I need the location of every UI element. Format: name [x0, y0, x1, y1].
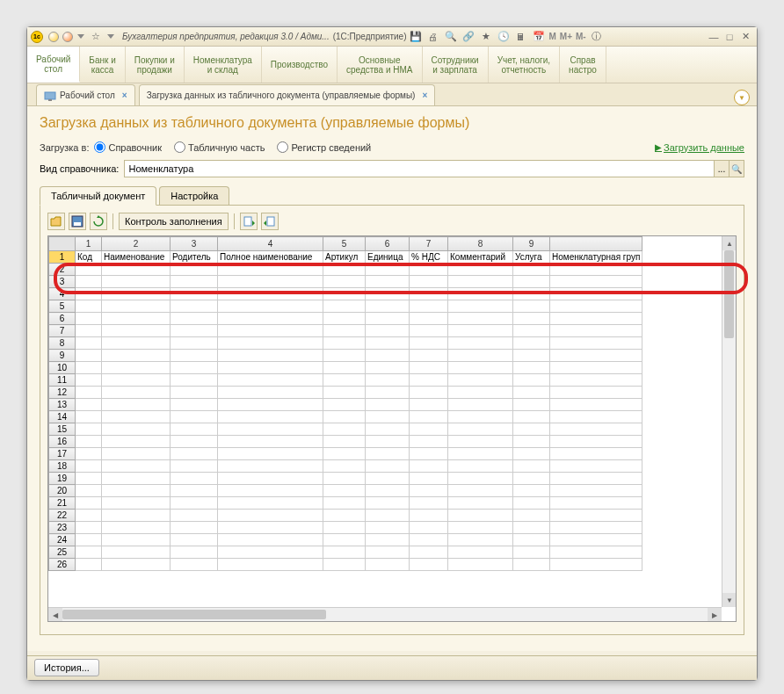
grid-cell[interactable] [102, 497, 171, 510]
row-header[interactable]: 26 [49, 559, 76, 571]
grid-cell[interactable] [513, 399, 550, 411]
grid-cell[interactable] [410, 337, 448, 350]
save-icon[interactable]: 💾 [409, 30, 423, 44]
reference-type-input[interactable] [124, 160, 715, 177]
grid-cell[interactable] [410, 350, 448, 362]
column-header[interactable]: 3 [171, 237, 218, 251]
grid-cell[interactable] [218, 546, 323, 559]
column-header[interactable]: 6 [366, 237, 410, 251]
grid-cell[interactable] [102, 510, 171, 522]
grid-cell[interactable] [550, 362, 642, 374]
row-header[interactable]: 3 [49, 276, 76, 288]
grid-cell[interactable] [550, 288, 642, 300]
grid-cell[interactable] [323, 264, 366, 276]
grid-cell[interactable] [76, 300, 102, 313]
grid-cell[interactable] [550, 448, 642, 460]
row-header[interactable]: 24 [49, 534, 76, 546]
grid-cell[interactable] [448, 276, 513, 288]
radio-register[interactable]: Регистр сведений [277, 141, 371, 153]
row-header[interactable]: 6 [49, 313, 76, 325]
row-header[interactable]: 8 [49, 337, 76, 350]
grid-cell[interactable] [76, 546, 102, 559]
grid-cell[interactable] [76, 350, 102, 362]
grid-cell[interactable] [410, 387, 448, 399]
grid-cell[interactable] [323, 510, 366, 522]
nav-purchases[interactable]: Покупки и продажи [126, 47, 185, 83]
dropdown-icon[interactable] [77, 34, 84, 39]
grid-cell[interactable] [513, 411, 550, 423]
scroll-thumb[interactable] [62, 610, 326, 619]
row-header[interactable]: 10 [49, 362, 76, 374]
radio-directory[interactable]: Справочник [94, 141, 162, 153]
grid-cell[interactable] [448, 485, 513, 497]
history-icon[interactable]: 🕓 [497, 30, 511, 44]
grid-cell[interactable] [448, 497, 513, 510]
column-header[interactable]: 1 [76, 237, 102, 251]
grid-cell[interactable] [76, 276, 102, 288]
grid-cell[interactable] [323, 362, 366, 374]
header-cell[interactable]: Наименование [102, 251, 171, 264]
row-header[interactable]: 21 [49, 497, 76, 510]
grid-cell[interactable] [102, 325, 171, 337]
grid-cell[interactable] [366, 460, 410, 473]
grid-cell[interactable] [218, 387, 323, 399]
grid-cell[interactable] [410, 423, 448, 436]
row-header[interactable]: 14 [49, 411, 76, 423]
grid-cell[interactable] [448, 399, 513, 411]
grid-cell[interactable] [171, 510, 218, 522]
grid-cell[interactable] [550, 313, 642, 325]
row-header[interactable]: 9 [49, 350, 76, 362]
tab-close-icon[interactable]: × [422, 90, 427, 100]
grid-cell[interactable] [323, 559, 366, 571]
grid-cell[interactable] [366, 337, 410, 350]
grid-cell[interactable] [323, 276, 366, 288]
tab-close-icon[interactable]: × [122, 90, 127, 100]
help-icon[interactable]: ⓘ [590, 30, 604, 44]
grid-cell[interactable] [323, 387, 366, 399]
grid-cell[interactable] [76, 485, 102, 497]
grid-cell[interactable] [550, 559, 642, 571]
header-cell[interactable]: Номенклатурная груп [550, 251, 642, 264]
column-header[interactable] [550, 237, 642, 251]
grid-cell[interactable] [102, 362, 171, 374]
grid-cell[interactable] [550, 374, 642, 387]
grid-cell[interactable] [513, 546, 550, 559]
grid-cell[interactable] [513, 436, 550, 448]
grid-cell[interactable] [218, 522, 323, 534]
grid-cell[interactable] [410, 374, 448, 387]
nav-desktop[interactable]: Рабочий стол [27, 47, 80, 83]
grid-cell[interactable] [102, 534, 171, 546]
load-data-link[interactable]: ▶ Загрузить данные [655, 142, 744, 153]
m-minus-button[interactable]: M- [576, 32, 586, 41]
nav-accounting[interactable]: Учет, налоги, отчетность [489, 47, 560, 83]
grid-cell[interactable] [513, 473, 550, 485]
grid-cell[interactable] [410, 300, 448, 313]
history-button[interactable]: История... [34, 659, 99, 676]
grid-cell[interactable] [323, 497, 366, 510]
grid-cell[interactable] [513, 559, 550, 571]
row-header[interactable]: 22 [49, 510, 76, 522]
grid-cell[interactable] [550, 423, 642, 436]
grid-cell[interactable] [102, 264, 171, 276]
grid-cell[interactable] [171, 497, 218, 510]
grid-cell[interactable] [218, 350, 323, 362]
grid-cell[interactable] [550, 510, 642, 522]
grid-cell[interactable] [76, 436, 102, 448]
grid-cell[interactable] [366, 300, 410, 313]
grid-cell[interactable] [448, 448, 513, 460]
grid-cell[interactable] [410, 288, 448, 300]
grid-cell[interactable] [171, 559, 218, 571]
grid-cell[interactable] [218, 473, 323, 485]
grid-cell[interactable] [102, 460, 171, 473]
grid-cell[interactable] [171, 448, 218, 460]
grid-cell[interactable] [366, 276, 410, 288]
grid-cell[interactable] [448, 362, 513, 374]
nav-bank[interactable]: Банк и касса [80, 47, 125, 83]
grid-cell[interactable] [366, 448, 410, 460]
grid-cell[interactable] [550, 325, 642, 337]
grid-cell[interactable] [366, 387, 410, 399]
check-fill-button[interactable]: Контроль заполнения [119, 213, 229, 230]
grid-cell[interactable] [550, 337, 642, 350]
nav-forward-icon[interactable] [62, 32, 73, 42]
grid-cell[interactable] [171, 288, 218, 300]
